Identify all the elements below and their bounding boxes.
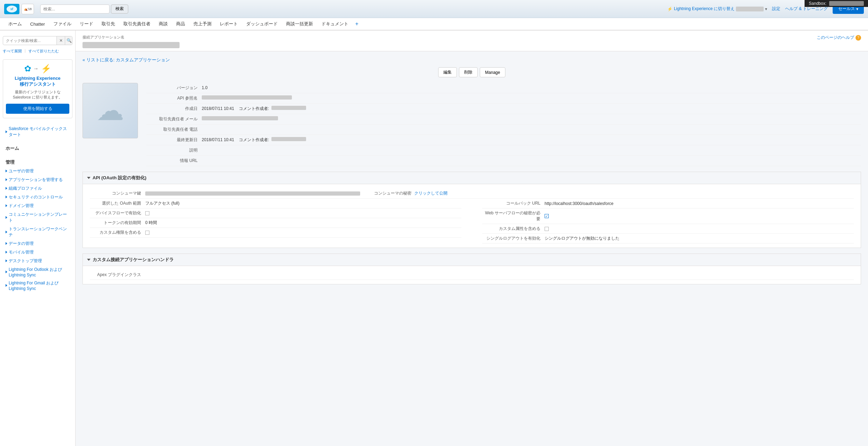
sidebar-admin-label: 管理: [3, 158, 72, 167]
sidebar-comm-template[interactable]: コミュニケーションテンプレート: [3, 210, 72, 225]
nav-contacts[interactable]: 取引先責任者: [119, 18, 155, 31]
sidebar-clear-icon[interactable]: ✕: [57, 36, 65, 45]
edit-button[interactable]: 編集: [438, 67, 457, 77]
bolt-icon: ⚡: [41, 64, 51, 74]
le-start-button[interactable]: 使用を開始する: [6, 104, 69, 114]
last-updated-row: 最終更新日 2018/07/11 10:41 コメント作成者:: [146, 135, 861, 145]
nav-accounts[interactable]: 取引先: [97, 18, 119, 31]
sidebar-translation[interactable]: トランスレーションワークベンチ: [3, 225, 72, 239]
tri-icon: [6, 242, 7, 245]
tri-icon: [6, 196, 7, 198]
sidebar-security[interactable]: セキュリティのコントロール: [3, 193, 72, 201]
single-logout-row: シングルログアウトを有効化 シングルログアウトが無効になりました: [482, 234, 854, 243]
apex-plugin-row: Apex プラグインクラス: [90, 270, 854, 280]
oauth-left-col: 選択した OAuth 範囲 フルアクセス (full) デバイスフローで有効化 …: [90, 199, 461, 243]
nav-bulk-update[interactable]: 商談一括更新: [282, 18, 317, 31]
detail-layout: ☁ バージョン 1.0 API 参照名 作成日: [83, 83, 861, 166]
user-selector-blurred: [736, 7, 764, 11]
sidebar-mobile-quickstart[interactable]: Salesforce モバイルクイックスタート: [3, 125, 72, 139]
expand-all-link[interactable]: すべて展開: [3, 49, 22, 54]
sidebar-search-icon[interactable]: 🔍: [65, 36, 72, 45]
token-validity-label: トークンの有効期間: [90, 220, 145, 226]
contact-email-value: [202, 116, 861, 121]
sidebar-search-input[interactable]: [3, 37, 57, 44]
sidebar-gmail-sync[interactable]: Lightning For Gmail および Lightning Sync: [3, 279, 72, 292]
lightning-switch[interactable]: ⚡ Lightning Experience に切り替え ▾: [667, 6, 767, 12]
tri-icon: [6, 271, 7, 273]
single-logout-value: シングルログアウトが無効になりました: [545, 235, 619, 241]
nav-opportunities[interactable]: 商談: [155, 18, 172, 31]
sidebar-expand-collapse: すべて展開 | すべて折りたたむ: [0, 48, 75, 57]
click-to-show-link[interactable]: クリックして公開: [414, 190, 448, 196]
sandbox-label: Sandbox:: [809, 1, 826, 6]
consumer-key-value: [145, 191, 360, 196]
cloud-icon: ☁: [96, 97, 124, 125]
page-title-label: 接続アプリケーション名: [83, 35, 180, 40]
device-flow-checkbox[interactable]: [145, 211, 149, 215]
top-bar: sf ⛺'18 検索 ⚡ Lightning Experience に切り替え …: [0, 0, 868, 18]
sidebar-mobile-management[interactable]: モバイル管理: [3, 248, 72, 257]
tri-icon: [6, 216, 7, 219]
custom-perms-checkbox[interactable]: [145, 231, 149, 235]
description-label: 説明: [146, 147, 202, 153]
nav-documents[interactable]: ドキュメント: [317, 18, 353, 31]
page-title-area: 接続アプリケーション名: [83, 35, 180, 48]
sidebar-user-management[interactable]: ユーザの管理: [3, 167, 72, 175]
delete-button[interactable]: 削除: [459, 67, 478, 77]
sandbox-name: [829, 1, 864, 6]
search-button[interactable]: 検索: [111, 5, 128, 14]
expand-icon: [6, 130, 7, 133]
tri-icon: [6, 284, 7, 287]
logo-area: sf ⛺'18: [4, 4, 34, 14]
nav-home[interactable]: ホーム: [4, 18, 26, 31]
section-collapse-icon: [87, 177, 90, 179]
arrow-icon: →: [33, 66, 39, 72]
sidebar-outlook-sync[interactable]: Lightning For Outlook および Lightning Sync: [3, 265, 72, 279]
custom-attrs-checkbox[interactable]: [545, 227, 549, 231]
nav-leads[interactable]: リード: [76, 18, 97, 31]
sidebar-domain[interactable]: ドメイン管理: [3, 201, 72, 210]
last-updated-value: 2018/07/11 10:41 コメント作成者:: [202, 137, 861, 143]
nav-forecast[interactable]: 売上予測: [189, 18, 216, 31]
sidebar-data-management[interactable]: データの管理: [3, 239, 72, 248]
oauth-section-header[interactable]: API (OAuth 設定の有効化): [83, 172, 861, 184]
sidebar-org-profile[interactable]: 組織プロファイル: [3, 184, 72, 193]
custom-handler-section-header[interactable]: カスタム接続アプリケーションハンドラ: [83, 254, 861, 266]
web-server-checkbox[interactable]: ✓: [545, 214, 549, 218]
version-label: バージョン: [146, 85, 202, 91]
nav-dashboards[interactable]: ダッシュボード: [242, 18, 282, 31]
version-value: 1.0: [202, 85, 861, 90]
svg-text:sf: sf: [10, 7, 13, 10]
flower-icon: ✿: [24, 64, 31, 74]
sidebar-desktop-management[interactable]: デスクトップ管理: [3, 257, 72, 265]
back-link[interactable]: « リストに戻る: カスタムアプリケーション: [83, 57, 861, 63]
sidebar-search-area: ✕ 🔍: [3, 36, 72, 45]
device-flow-label: デバイスフローで有効化: [90, 210, 145, 216]
page-help-link[interactable]: このページのヘルプ ?: [817, 35, 861, 41]
nav-files[interactable]: ファイル: [49, 18, 76, 31]
description-row: 説明: [146, 145, 861, 156]
collapse-all-link[interactable]: すべて折りたたむ: [28, 49, 59, 54]
nav-chatter[interactable]: Chatter: [26, 18, 49, 31]
version-row: バージョン 1.0: [146, 83, 861, 93]
contact-phone-row: 取引先責任者 電話: [146, 125, 861, 135]
api-name-value: [202, 95, 861, 101]
oauth-scope-row: 選択した OAuth 範囲 フルアクセス (full): [90, 199, 461, 208]
manage-button[interactable]: Manage: [480, 67, 505, 77]
api-name-label: API 参照名: [146, 95, 202, 101]
search-input[interactable]: [40, 5, 110, 14]
web-server-label: Web サーバフローの秘密が必要: [482, 210, 545, 222]
nav-more[interactable]: +: [353, 18, 361, 30]
settings-link[interactable]: 設定: [772, 6, 780, 12]
token-validity-row: トークンの有効期間 0 時間: [90, 218, 461, 228]
custom-attrs-label: カスタム属性を含める: [482, 226, 545, 232]
sidebar-app-management[interactable]: アプリケーションを管理する: [3, 175, 72, 184]
custom-perms-row: カスタム権限を含める: [90, 228, 461, 238]
contact-phone-label: 取引先責任者 電話: [146, 127, 202, 132]
nav-reports[interactable]: レポート: [216, 18, 242, 31]
callback-url-value: http://localhost:3000/oauth/salesforce: [545, 201, 614, 206]
nav-products[interactable]: 商品: [172, 18, 189, 31]
contact-email-row: 取引先責任者 メール: [146, 114, 861, 125]
created-label: 作成日: [146, 106, 202, 112]
oauth-section-content: コンシューマ鍵 コンシューマの秘密 クリックして公開 選択した OAuth 範囲…: [83, 184, 861, 248]
